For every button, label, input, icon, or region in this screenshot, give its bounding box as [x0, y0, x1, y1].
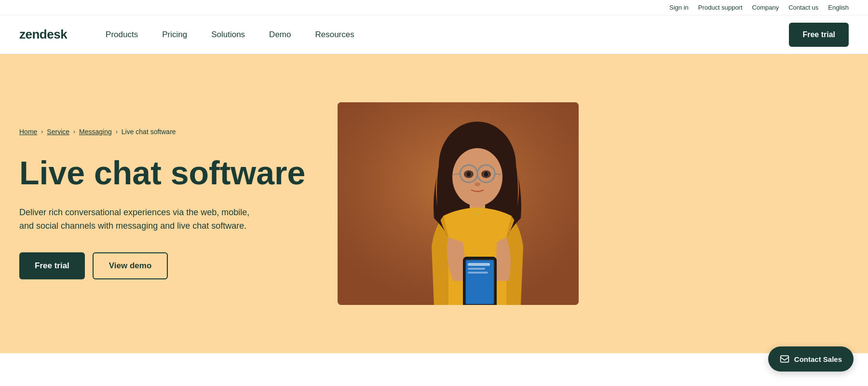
svg-rect-22: [780, 356, 788, 362]
hero-image: [338, 102, 579, 305]
mail-icon: [780, 354, 789, 364]
nav-products[interactable]: Products: [96, 25, 148, 44]
svg-point-11: [467, 172, 471, 177]
svg-point-12: [484, 172, 488, 177]
breadcrumb: Home › Service › Messaging › Live chat s…: [19, 128, 309, 136]
company-link[interactable]: Company: [752, 4, 779, 11]
nav-free-trial-button[interactable]: Free trial: [789, 23, 849, 47]
breadcrumb-service[interactable]: Service: [47, 128, 69, 136]
bottom-section: A guide to the 15 best live chat: [0, 353, 868, 386]
hero-free-trial-button[interactable]: Free trial: [19, 252, 85, 279]
hero-description: Deliver rich conversational experiences …: [19, 206, 251, 234]
sign-in-link[interactable]: Sign in: [669, 4, 689, 11]
nav-demo[interactable]: Demo: [259, 25, 300, 44]
hero-view-demo-button[interactable]: View demo: [93, 252, 168, 279]
breadcrumb-sep-1: ›: [41, 128, 43, 135]
breadcrumb-sep-3: ›: [116, 128, 118, 135]
bottom-title: A guide to the 15 best live chat: [19, 382, 849, 386]
svg-rect-19: [468, 268, 485, 270]
svg-rect-17: [466, 260, 494, 304]
nav-pricing[interactable]: Pricing: [152, 25, 197, 44]
product-support-link[interactable]: Product support: [698, 4, 743, 11]
breadcrumb-messaging[interactable]: Messaging: [79, 128, 112, 136]
nav-solutions[interactable]: Solutions: [202, 25, 255, 44]
svg-point-21: [476, 213, 479, 216]
utility-bar: Sign in Product support Company Contact …: [0, 0, 868, 15]
breadcrumb-sep-2: ›: [73, 128, 75, 135]
svg-rect-18: [468, 263, 490, 266]
breadcrumb-current: Live chat software: [122, 128, 176, 136]
main-nav: zendesk Products Pricing Solutions Demo …: [0, 15, 868, 54]
logo[interactable]: zendesk: [19, 27, 67, 42]
contact-sales-label: Contact Sales: [794, 355, 842, 363]
hero-image-bg: [338, 102, 579, 305]
contact-us-link[interactable]: Contact us: [788, 4, 818, 11]
hero-buttons: Free trial View demo: [19, 252, 309, 279]
hero-title: Live chat software: [19, 155, 309, 191]
nav-resources[interactable]: Resources: [305, 25, 364, 44]
contact-sales-button[interactable]: Contact Sales: [768, 346, 854, 372]
breadcrumb-home[interactable]: Home: [19, 128, 37, 136]
svg-rect-20: [468, 272, 488, 274]
hero-section: Home › Service › Messaging › Live chat s…: [0, 54, 868, 353]
svg-point-13: [475, 182, 480, 186]
hero-content: Home › Service › Messaging › Live chat s…: [19, 128, 309, 279]
nav-links: Products Pricing Solutions Demo Resource…: [96, 25, 789, 44]
language-link[interactable]: English: [828, 4, 849, 11]
